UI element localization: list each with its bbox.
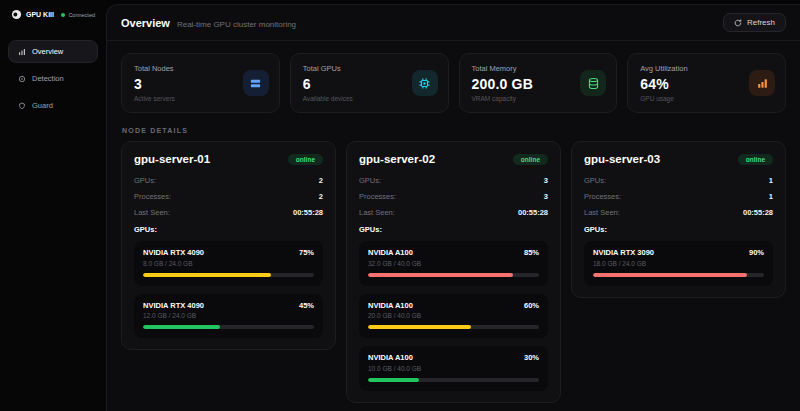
app-name: GPU Kill: [26, 11, 54, 18]
gpu-row: NVIDIA RTX 409045% 12.0 GB / 24.0 GB: [134, 294, 323, 339]
gpus-label: GPUs:: [584, 176, 606, 185]
gpu-row: NVIDIA A10085% 32.0 GB / 40.0 GB: [359, 241, 548, 286]
stat-sub: GPU usage: [640, 95, 773, 102]
utilization-bar-fill: [143, 325, 220, 329]
gpu-utilization: 85%: [524, 248, 539, 257]
stats-grid: Total Nodes 3 Active servers Total GPUs …: [121, 53, 786, 113]
gpu-name: NVIDIA A100: [368, 248, 413, 257]
sidebar-item-label: Guard: [32, 101, 53, 110]
utilization-bar-fill: [368, 325, 471, 329]
bar-chart-icon: [749, 70, 775, 96]
status-badge: online: [738, 154, 773, 165]
bar-chart-icon: [18, 48, 26, 56]
node-card-gpu-server-02: gpu-server-02 online GPUs:3 Processes:3 …: [346, 141, 561, 403]
gpu-name: NVIDIA RTX 4090: [143, 301, 204, 310]
processes-count: 3: [544, 192, 548, 201]
processes-label: Processes:: [584, 192, 621, 201]
app-logo-row: GPU Kill Connected: [8, 9, 98, 20]
gpu-utilization: 60%: [524, 301, 539, 310]
stat-card-total-nodes: Total Nodes 3 Active servers: [121, 53, 280, 113]
last-seen-value: 00:55:28: [743, 208, 773, 217]
sidebar-item-label: Overview: [32, 47, 63, 56]
content: Total Nodes 3 Active servers Total GPUs …: [107, 41, 800, 411]
page-subtitle: Real-time GPU cluster monitoring: [177, 20, 296, 29]
gpu-utilization: 90%: [749, 248, 764, 257]
connection-label: Connected: [68, 12, 95, 18]
gpu-name: NVIDIA RTX 4090: [143, 248, 204, 257]
processes-count: 1: [769, 192, 773, 201]
connection-status: Connected: [61, 12, 95, 18]
gpus-label: GPUs:: [134, 176, 156, 185]
sidebar-item-label: Detection: [32, 74, 64, 83]
status-badge: online: [513, 154, 548, 165]
gpus-count: 3: [544, 176, 548, 185]
gpu-name: NVIDIA RTX 3090: [593, 248, 654, 257]
gpu-memory: 12.0 GB / 24.0 GB: [143, 312, 314, 319]
shield-icon: [18, 102, 26, 110]
node-name: gpu-server-02: [359, 153, 435, 165]
page-title: Overview: [121, 17, 170, 29]
database-icon: [580, 70, 606, 96]
utilization-bar-track: [368, 378, 539, 382]
node-name: gpu-server-03: [584, 153, 660, 165]
sidebar-item-guard[interactable]: Guard: [8, 94, 98, 117]
sidebar: GPU Kill Connected Overview Detection Gu…: [0, 0, 106, 411]
gpu-row: NVIDIA RTX 409075% 8.0 GB / 24.0 GB: [134, 241, 323, 286]
gpu-memory: 8.0 GB / 24.0 GB: [143, 260, 314, 267]
utilization-bar-fill: [143, 273, 271, 277]
processes-count: 2: [319, 192, 323, 201]
refresh-icon: [734, 19, 742, 27]
last-seen-label: Last Seen:: [134, 208, 170, 217]
gpu-list-label: GPUs:: [584, 225, 773, 234]
gpus-count: 2: [319, 176, 323, 185]
gpus-count: 1: [769, 176, 773, 185]
sidebar-item-overview[interactable]: Overview: [8, 40, 98, 63]
processes-label: Processes:: [134, 192, 171, 201]
gpu-row: NVIDIA A10060% 20.0 GB / 40.0 GB: [359, 294, 548, 339]
utilization-bar-fill: [368, 273, 513, 277]
utilization-bar-track: [368, 273, 539, 277]
app-logo-icon: [11, 9, 22, 20]
gpu-name: NVIDIA A100: [368, 301, 413, 310]
gpu-utilization: 45%: [299, 301, 314, 310]
gpu-utilization: 75%: [299, 248, 314, 257]
last-seen-value: 00:55:28: [518, 208, 548, 217]
last-seen-label: Last Seen:: [584, 208, 620, 217]
stat-sub: Active servers: [134, 95, 267, 102]
gpu-memory: 10.0 GB / 40.0 GB: [368, 365, 539, 372]
gpu-row: NVIDIA A10030% 10.0 GB / 40.0 GB: [359, 346, 548, 391]
last-seen-label: Last Seen:: [359, 208, 395, 217]
processes-label: Processes:: [359, 192, 396, 201]
gpus-label: GPUs:: [359, 176, 381, 185]
refresh-label: Refresh: [747, 18, 775, 27]
utilization-bar-fill: [368, 378, 419, 382]
stat-sub: Available devices: [303, 95, 436, 102]
target-icon: [18, 75, 26, 83]
refresh-button[interactable]: Refresh: [723, 13, 786, 32]
status-badge: online: [288, 154, 323, 165]
page-header: Overview Real-time GPU cluster monitorin…: [107, 5, 800, 41]
gpu-utilization: 30%: [524, 353, 539, 362]
utilization-bar-fill: [593, 273, 747, 277]
utilization-bar-track: [143, 273, 314, 277]
chip-icon: [412, 70, 438, 96]
connected-dot-icon: [61, 13, 65, 17]
gpu-name: NVIDIA A100: [368, 353, 413, 362]
gpu-memory: 18.0 GB / 24.0 GB: [593, 260, 764, 267]
main-panel: Overview Real-time GPU cluster monitorin…: [106, 4, 800, 411]
sidebar-item-detection[interactable]: Detection: [8, 67, 98, 90]
stat-sub: VRAM capacity: [472, 95, 605, 102]
utilization-bar-track: [143, 325, 314, 329]
gpu-memory: 32.0 GB / 40.0 GB: [368, 260, 539, 267]
stat-card-total-gpus: Total GPUs 6 Available devices: [290, 53, 449, 113]
gpu-list-label: GPUs:: [134, 225, 323, 234]
stat-card-avg-utilization: Avg Utilization 64% GPU usage: [627, 53, 786, 113]
server-icon: [243, 70, 269, 96]
node-details-section-label: Node Details: [122, 127, 785, 134]
node-card-gpu-server-03: gpu-server-03 online GPUs:1 Processes:1 …: [571, 141, 786, 298]
gpu-memory: 20.0 GB / 40.0 GB: [368, 312, 539, 319]
gpu-list-label: GPUs:: [359, 225, 548, 234]
stat-card-total-memory: Total Memory 200.0 GB VRAM capacity: [459, 53, 618, 113]
nodes-grid: gpu-server-01 online GPUs:2 Processes:2 …: [121, 141, 786, 403]
gpu-row: NVIDIA RTX 309090% 18.0 GB / 24.0 GB: [584, 241, 773, 286]
